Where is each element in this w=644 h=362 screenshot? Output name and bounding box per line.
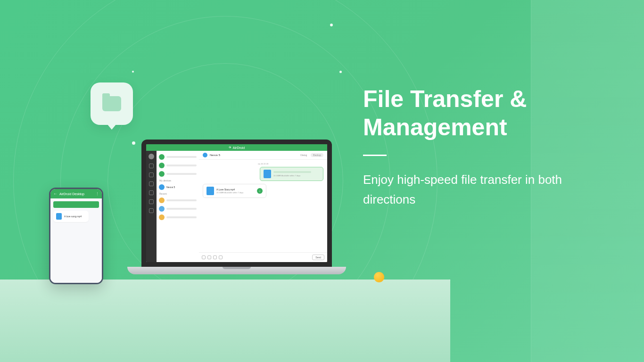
desktop-app: ✈ AirDroid — [146, 144, 327, 262]
chat-title: Nexus 5 — [210, 154, 220, 156]
file-icon — [206, 187, 214, 195]
contacts-panel: My devices Nexus 5 Recent — [157, 151, 199, 262]
received-file-card: A Love Story.mp4 24.16MB Available withi… — [203, 184, 266, 198]
chat-avatar — [203, 153, 207, 157]
tab-backup: Backup — [311, 153, 323, 157]
download-icon: ↓ — [257, 188, 263, 194]
chat-panel: Nexus 5 Dialog Backup via 16 22:23 — [199, 151, 327, 262]
phone-mockup: ← AirDroid Desktop ⋮ A love song.mp4 — [49, 188, 103, 284]
chat-header: Nexus 5 Dialog Backup — [199, 151, 327, 160]
laptop-base — [127, 267, 346, 274]
app-titlebar: ✈ AirDroid — [146, 144, 327, 151]
contacts-icon — [149, 181, 154, 186]
devices-icon — [149, 173, 154, 177]
chat-date: via 16 22:23 — [203, 163, 323, 165]
contact-row — [157, 153, 199, 161]
laptop-mockup: ✈ AirDroid — [127, 140, 346, 274]
decorative-ball — [374, 272, 384, 282]
image-icon — [207, 255, 211, 259]
folder-icon — [102, 96, 121, 111]
avatar — [149, 154, 154, 159]
contact-row — [157, 161, 199, 170]
chat-messages: via 16 22:23 24.16MB Available within 7 … — [199, 160, 327, 252]
file-name: A Love Story.mp4 — [216, 188, 255, 191]
decorative-dot — [339, 71, 342, 73]
notifications-icon — [149, 190, 154, 195]
laptop-screen: ✈ AirDroid — [146, 144, 327, 262]
phone-app-header: ← AirDroid Desktop ⋮ — [50, 189, 102, 198]
hero-divider — [363, 155, 387, 156]
folder-badge — [91, 82, 133, 125]
folder-icon — [213, 255, 217, 259]
decorative-dot — [132, 71, 134, 73]
app-sidebar — [146, 151, 157, 262]
file-meta: 24.16MB Available within 7 days — [273, 174, 320, 177]
back-icon: ← — [53, 191, 58, 196]
section-label: My devices — [157, 178, 199, 183]
sent-file-card: 24.16MB Available within 7 days — [260, 167, 323, 181]
file-icon — [56, 213, 62, 220]
decorative-dot — [330, 24, 333, 26]
phone-app-title: AirDroid Desktop — [59, 192, 84, 196]
contact-row — [157, 205, 199, 213]
app-brand: AirDroid — [233, 146, 245, 149]
send-icon — [149, 164, 154, 168]
file-meta: 24.16MB Available within 7 days — [216, 191, 255, 194]
contact-row — [157, 196, 199, 205]
settings-icon — [149, 208, 154, 213]
hero-subtitle: Enjoy high-speed file transfer in both d… — [363, 170, 608, 209]
contact-row — [157, 170, 199, 178]
phone-body: A love song.mp4 — [50, 198, 102, 283]
attach-icon — [202, 255, 206, 259]
chat-input-bar: Send — [199, 252, 327, 262]
toolbox-icon — [149, 199, 154, 204]
phone-banner — [53, 201, 99, 208]
hero-section: File Transfer & Management Enjoy high-sp… — [363, 85, 644, 209]
phone-screen: ← AirDroid Desktop ⋮ A love song.mp4 — [50, 189, 102, 283]
app-icon — [219, 255, 223, 259]
shelf-surface — [0, 280, 450, 362]
hero-title: File Transfer & Management — [363, 85, 644, 141]
contact-row — [157, 213, 199, 222]
phone-file-message: A love song.mp4 — [53, 211, 89, 222]
phone-file-name: A love song.mp4 — [64, 215, 82, 218]
tab-dialog: Dialog — [298, 153, 309, 157]
send-button: Send — [312, 255, 324, 260]
contact-row: Nexus 5 — [157, 183, 199, 191]
more-icon: ⋮ — [96, 192, 99, 196]
paper-plane-icon: ✈ — [229, 146, 231, 149]
file-icon — [264, 170, 271, 178]
section-label: Recent — [157, 191, 199, 196]
laptop-screen-frame: ✈ AirDroid — [141, 140, 332, 267]
